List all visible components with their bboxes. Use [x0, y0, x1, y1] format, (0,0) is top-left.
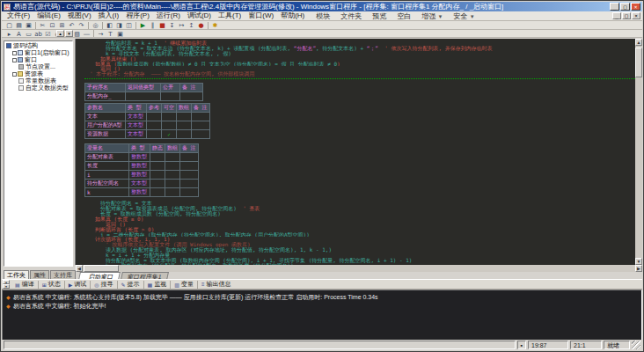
text-tool-icon[interactable]: T [106, 30, 115, 38]
label-tool-icon[interactable]: A [14, 30, 24, 38]
breakpoint-icon[interactable]: ● [196, 21, 206, 29]
output-tab-button-3[interactable]: ◎搜寻 [91, 280, 115, 289]
vertical-scroll-thumb[interactable] [635, 48, 642, 77]
picture-tool-icon[interactable]: ▧ [72, 30, 82, 38]
menu-item-0[interactable]: 文件(F) [4, 11, 33, 19]
panel-mini-button-1[interactable]: ▾ [65, 30, 73, 37]
edit-tool-icon[interactable]: ab [33, 30, 43, 38]
horizontal-scroll-thumb[interactable] [84, 265, 119, 272]
tree-item-1[interactable]: 窗口1(启动窗口) [4, 49, 72, 56]
output-tab-button-0[interactable]: ▤编译 [12, 280, 37, 289]
dock-tab-0[interactable]: 工作夹 [4, 270, 29, 279]
menu-extra-0[interactable]: 模块 [313, 12, 333, 20]
menu-item-2[interactable]: 视图(V) [64, 11, 95, 19]
open-file-icon[interactable]: ▤ [14, 21, 24, 29]
code-editor[interactable]: 分配临时表 = k + 1 ' 继续累加临时表待分配文本名 = 取文本左边 (待… [75, 39, 642, 265]
editor-vertical-scrollbar[interactable]: ▲ ▼ [635, 39, 642, 265]
tree-checkbox[interactable] [12, 72, 17, 77]
tree-item-4[interactable]: 资源表 [4, 70, 72, 77]
tree-item-2[interactable]: 窗口 [4, 56, 72, 63]
copy-icon[interactable]: ⊡ [48, 21, 57, 29]
save-icon[interactable]: ▣ [24, 21, 33, 29]
tree-item-3[interactable]: 节点设置... [4, 63, 72, 70]
output-tab-button-6[interactable]: ▥变量 [172, 280, 196, 289]
table-cell [180, 171, 199, 180]
output-tab-button-2[interactable]: ▶调试 [66, 280, 90, 289]
cut-icon[interactable]: ✂ [38, 21, 48, 29]
project-tree[interactable]: 源码结构窗口1(启动窗口)窗口节点设置...资源表常量数据表自定义数据类型 [4, 40, 73, 267]
minimize-button[interactable]: _ [610, 3, 619, 11]
tree-item-0[interactable]: 源码结构 [4, 42, 72, 49]
select-tool-icon[interactable]: ▸ [4, 30, 14, 38]
editor-horizontal-scrollbar[interactable]: ◀ ▶ [76, 265, 642, 272]
table-cell [177, 130, 192, 139]
step-over-icon[interactable]: ↦ [177, 21, 187, 29]
maximize-button[interactable]: □ [620, 3, 630, 11]
paste-icon[interactable]: ⊞ [57, 21, 67, 29]
view-split-icon[interactable]: ◫ [124, 21, 134, 29]
menu-item-6[interactable]: 调试(D) [184, 11, 215, 19]
panel-mini-button-0[interactable]: ▴ [56, 30, 64, 37]
mdi-minimize-button[interactable]: _ [612, 12, 621, 19]
line-tool-icon[interactable]: ― [82, 30, 91, 38]
output-tab-button-4[interactable]: ✎提示 [119, 280, 143, 289]
scroll-right-icon[interactable]: ▶ [635, 265, 642, 272]
arrow-tool-icon[interactable]: → [96, 30, 106, 38]
menu-item-5[interactable]: 运行(R) [153, 11, 184, 19]
menu-dropdown-0[interactable]: 增强 ▼ [419, 12, 445, 20]
tree-item-5[interactable]: 常量数据表 [4, 77, 72, 84]
menu-item-3[interactable]: 插入(I) [95, 11, 123, 19]
checkbox-tool-icon[interactable]: ☑ [43, 30, 53, 38]
resize-grip[interactable] [632, 341, 640, 349]
output-tab-label: 搜寻 [101, 280, 113, 289]
output-panel[interactable]: ◆易语言系统 中文编程: 系统核心支持库(版本5.8) 加载完毕 —— 应用接口… [2, 290, 642, 341]
menu-item-1[interactable]: 编辑(E) [33, 11, 64, 19]
run-icon[interactable]: ▶ [138, 21, 148, 29]
output-tab-button-7[interactable]: ≡输出信息 [199, 280, 234, 289]
output-tab-button-1[interactable]: ⊞状态 [40, 280, 63, 289]
dock-tab-2[interactable]: 支持库 [50, 270, 76, 279]
group-tool-icon[interactable]: ▣ [115, 30, 125, 38]
mdi-restore-button[interactable]: □ [622, 12, 631, 19]
dock-tab-1[interactable]: 属性 [30, 270, 49, 279]
menu-item-9[interactable]: 帮助(H) [277, 11, 308, 19]
toolbar-separator [208, 22, 209, 29]
stop-icon[interactable]: ■ [157, 21, 167, 29]
pause-icon[interactable]: ∥ [148, 21, 157, 29]
output-tab-button-5[interactable]: ▦监视 [145, 280, 170, 289]
mdi-window-controls: _ □ × [611, 12, 640, 19]
new-file-icon[interactable]: ▢ [4, 21, 14, 29]
menu-extra-2[interactable]: 预览 [370, 12, 389, 20]
close-button[interactable]: × [631, 3, 640, 11]
menu-extra-1[interactable]: 文件夹 [338, 12, 364, 20]
wizard-icon[interactable]: ✱ [210, 21, 220, 29]
redo-icon[interactable]: ↷ [77, 21, 86, 29]
find-icon[interactable]: ◎ [91, 21, 100, 29]
output-tab-icon: ▤ [15, 282, 20, 288]
tree-checkbox[interactable] [12, 58, 17, 62]
output-collapse-arrow-1[interactable]: ▾ [3, 284, 10, 289]
view-form-icon[interactable]: ◧ [105, 21, 114, 29]
menu-item-4[interactable]: 程序(P) [122, 11, 153, 19]
mdi-close-button[interactable]: × [632, 12, 640, 19]
table-header-cell: 子程序名 [85, 84, 126, 92]
view-code-icon[interactable]: ◨ [114, 21, 124, 29]
step-out-icon[interactable]: ↥ [187, 21, 196, 29]
table-header-cell: 返回值类型 [126, 84, 161, 92]
output-toolbar-separator [90, 281, 91, 289]
menu-extra-3[interactable]: 空白 [394, 12, 413, 20]
table-row: 资源数据文本型✓ [85, 130, 210, 139]
button-tool-icon[interactable]: ▭ [24, 30, 33, 38]
step-into-icon[interactable]: ↧ [167, 21, 177, 29]
scroll-down-icon[interactable]: ▼ [635, 258, 642, 265]
tree-item-6[interactable]: 自定义数据类型 [4, 84, 72, 92]
scroll-up-icon[interactable]: ▲ [635, 39, 642, 46]
title-bar[interactable]: 易 易语言(源代码) - C:\PRJ\(项目)2----的资料\Main---… [2, 2, 642, 11]
menu-dropdown-1[interactable]: 安全 ▼ [450, 12, 477, 20]
tree-checkbox[interactable] [12, 51, 17, 55]
menu-item-8[interactable]: 窗口(W) [245, 11, 277, 19]
table-cell: 整数型 [129, 153, 150, 162]
scroll-left-icon[interactable]: ◀ [76, 265, 83, 272]
menu-item-7[interactable]: 工具(T) [215, 11, 245, 19]
undo-icon[interactable]: ↶ [67, 21, 77, 29]
